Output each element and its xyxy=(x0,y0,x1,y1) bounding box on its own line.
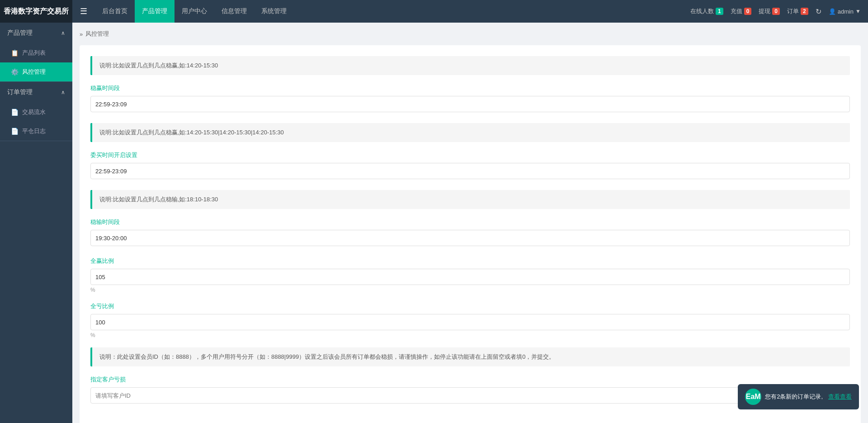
nav-link-user[interactable]: 用户中心 xyxy=(175,0,214,23)
sidebar-item-risk-control[interactable]: ⚙️ 风控管理 xyxy=(0,62,72,81)
order-label: 订单 xyxy=(787,7,799,15)
win-period-section: 稳赢时间段 xyxy=(90,84,850,114)
sidebar-item-product-list[interactable]: 📋 产品列表 xyxy=(0,43,72,62)
toast-icon: EaM xyxy=(745,389,761,405)
assigned-client-label: 指定客户亏损 xyxy=(90,375,850,384)
loss-ratio-section: 全亏比例 % xyxy=(90,302,850,338)
product-list-icon: 📋 xyxy=(11,49,19,57)
sidebar-item-close-log[interactable]: 📄 平仓日志 xyxy=(0,122,72,141)
hamburger-icon: ☰ xyxy=(80,6,87,16)
sidebar-item-transaction[interactable]: 📄 交易流水 xyxy=(0,103,72,122)
recharge-label: 充值 xyxy=(731,7,742,15)
sidebar-section-product: 产品管理 ∧ 📋 产品列表 ⚙️ 风控管理 xyxy=(0,23,72,82)
risk-control-icon: ⚙️ xyxy=(11,68,19,76)
breadcrumb-current: 风控管理 xyxy=(85,30,109,38)
info-text-1: 说明:比如设置几点到几点稳赢,如:14:20-15:30 xyxy=(99,62,218,69)
win-ratio-suffix: % xyxy=(90,287,850,293)
recharge-badge: 0 xyxy=(744,8,752,15)
sidebar-item-transaction-label: 交易流水 xyxy=(22,108,46,116)
buy-open-label: 委买时间开启设置 xyxy=(90,151,850,159)
nav-link-product[interactable]: 产品管理 xyxy=(135,0,175,23)
buy-open-section: 委买时间开启设置 xyxy=(90,151,850,181)
loss-period-label: 稳输时间段 xyxy=(90,218,850,226)
info-box-2: 说明:比如设置几点到几点稳赢,如:14:20-15:30|14:20-15:30… xyxy=(90,123,850,142)
layout: 产品管理 ∧ 📋 产品列表 ⚙️ 风控管理 订单管理 ∧ 📄 交易流水 📄 xyxy=(0,23,868,423)
online-badge: 1 xyxy=(716,8,723,15)
sidebar-item-risk-control-label: 风控管理 xyxy=(22,68,46,76)
recharge-item: 充值 0 xyxy=(731,7,752,15)
info-text-2: 说明:比如设置几点到几点稳赢,如:14:20-15:30|14:20-15:30… xyxy=(99,129,284,136)
info-box-4: 说明：此处设置会员ID（如：8888），多个用户用符号分开（如：8888|999… xyxy=(90,347,850,366)
breadcrumb-separator: » xyxy=(80,31,83,38)
page-card: 说明:比如设置几点到几点稳赢,如:14:20-15:30 稳赢时间段 说明:比如… xyxy=(80,45,861,423)
refresh-button[interactable]: ↻ xyxy=(816,7,821,16)
online-label: 在线人数 xyxy=(690,7,714,15)
user-menu[interactable]: 👤 admin ▼ xyxy=(829,8,861,15)
close-log-icon: 📄 xyxy=(11,128,19,135)
nav-toggle-button[interactable]: ☰ xyxy=(72,0,95,23)
breadcrumb: » 风控管理 xyxy=(80,30,861,38)
sidebar: 产品管理 ∧ 📋 产品列表 ⚙️ 风控管理 订单管理 ∧ 📄 交易流水 📄 xyxy=(0,23,72,423)
win-period-label: 稳赢时间段 xyxy=(90,84,850,92)
sidebar-section-order-label: 订单管理 xyxy=(7,88,33,96)
order-badge: 2 xyxy=(801,8,808,15)
sidebar-section-order: 订单管理 ∧ 📄 交易流水 📄 平仓日志 xyxy=(0,82,72,141)
assigned-client-input[interactable] xyxy=(90,387,850,404)
nav-link-home[interactable]: 后台首页 xyxy=(95,0,135,23)
win-ratio-section: 全赢比例 % xyxy=(90,257,850,293)
buy-open-input[interactable] xyxy=(90,163,850,179)
toast-text: 您有2条新的订单记录, xyxy=(765,393,823,401)
logo-text: 香港数字资产交易所 xyxy=(4,7,69,16)
user-chevron-icon: ▼ xyxy=(855,8,861,14)
toast-link[interactable]: 查看查看 xyxy=(828,393,852,401)
sidebar-item-product-list-label: 产品列表 xyxy=(22,49,46,57)
withdraw-label: 提现 xyxy=(759,7,770,15)
nav-link-info[interactable]: 信息管理 xyxy=(214,0,254,23)
withdraw-item: 提现 0 xyxy=(759,7,780,15)
info-box-3: 说明:比如设置几点到几点稳输,如:18:10-18:30 xyxy=(90,190,850,209)
info-text-4: 说明：此处设置会员ID（如：8888），多个用户用符号分开（如：8888|999… xyxy=(99,353,555,360)
win-ratio-input[interactable] xyxy=(90,269,850,285)
info-text-3: 说明:比如设置几点到几点稳输,如:18:10-18:30 xyxy=(99,196,218,203)
sidebar-section-product-title[interactable]: 产品管理 ∧ xyxy=(0,23,72,43)
info-box-1: 说明:比如设置几点到几点稳赢,如:14:20-15:30 xyxy=(90,56,850,75)
username-label: admin xyxy=(838,8,854,15)
top-nav: 香港数字资产交易所 ☰ 后台首页 产品管理 用户中心 信息管理 系统管理 在线人… xyxy=(0,0,868,23)
loss-period-section: 稳输时间段 xyxy=(90,218,850,248)
transaction-icon: 📄 xyxy=(11,109,19,116)
win-period-input[interactable] xyxy=(90,96,850,112)
sidebar-section-order-chevron-icon: ∧ xyxy=(61,89,65,95)
loss-ratio-suffix: % xyxy=(90,332,850,338)
loss-ratio-label: 全亏比例 xyxy=(90,302,850,310)
online-count-item: 在线人数 1 xyxy=(690,7,723,15)
nav-link-system[interactable]: 系统管理 xyxy=(254,0,294,23)
logo: 香港数字资产交易所 xyxy=(0,0,72,23)
withdraw-badge: 0 xyxy=(772,8,780,15)
sidebar-item-close-log-label: 平仓日志 xyxy=(22,127,46,135)
loss-period-input[interactable] xyxy=(90,230,850,246)
sidebar-section-product-chevron-icon: ∧ xyxy=(61,30,65,36)
nav-right: 在线人数 1 充值 0 提现 0 订单 2 ↻ 👤 admin ▼ xyxy=(690,7,868,16)
loss-ratio-input[interactable] xyxy=(90,314,850,330)
order-item: 订单 2 xyxy=(787,7,808,15)
user-icon: 👤 xyxy=(829,8,836,15)
main-content: » 风控管理 说明:比如设置几点到几点稳赢,如:14:20-15:30 稳赢时间… xyxy=(72,23,868,423)
sidebar-section-product-label: 产品管理 xyxy=(7,29,33,37)
nav-links: 后台首页 产品管理 用户中心 信息管理 系统管理 xyxy=(95,0,690,23)
win-ratio-label: 全赢比例 xyxy=(90,257,850,265)
toast-notification: EaM 您有2条新的订单记录, 查看查看 xyxy=(738,384,859,409)
sidebar-section-order-title[interactable]: 订单管理 ∧ xyxy=(0,82,72,103)
assigned-client-section: 指定客户亏损 xyxy=(90,375,850,405)
